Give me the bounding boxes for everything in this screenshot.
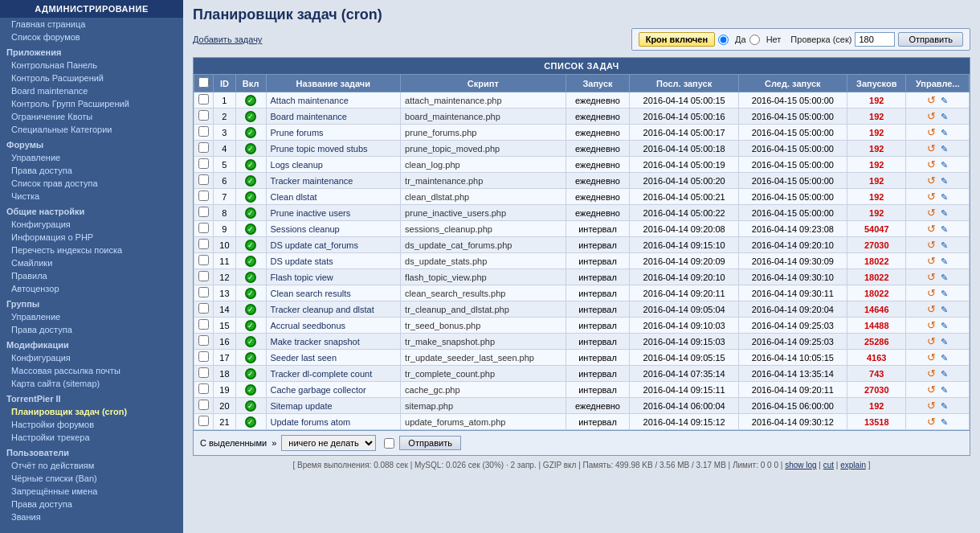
- refresh-icon[interactable]: ↺: [925, 368, 937, 379]
- refresh-icon[interactable]: ↺: [925, 240, 937, 251]
- row-checkbox[interactable]: [198, 367, 209, 378]
- edit-icon[interactable]: ✎: [938, 288, 949, 299]
- sidebar-item-link[interactable]: Чёрные списки (Ban): [11, 474, 97, 483]
- sidebar-item-link[interactable]: Чистка: [11, 191, 39, 201]
- edit-icon[interactable]: ✎: [938, 127, 949, 138]
- sidebar-item-link[interactable]: Конфигурация: [11, 219, 71, 229]
- row-checkbox[interactable]: [198, 110, 209, 121]
- sidebar-item[interactable]: Контроль Групп Расширений: [0, 97, 183, 110]
- bottom-checkbox[interactable]: [384, 438, 394, 449]
- refresh-icon[interactable]: ↺: [925, 95, 937, 106]
- row-name-link[interactable]: Make tracker snapshot: [271, 337, 360, 346]
- edit-icon[interactable]: ✎: [938, 159, 949, 170]
- sidebar-item[interactable]: Права доступа: [0, 323, 183, 336]
- add-task-link[interactable]: Добавить задачу: [193, 35, 262, 44]
- sidebar-item-link[interactable]: Ограничение Квоты: [11, 112, 92, 121]
- row-checkbox[interactable]: [198, 158, 209, 169]
- row-name-link[interactable]: Sitemap update: [271, 401, 333, 411]
- edit-icon[interactable]: ✎: [938, 416, 949, 428]
- row-name-link[interactable]: Tracker maintenance: [271, 176, 353, 186]
- sidebar-item-link[interactable]: Конфигурация: [11, 353, 71, 363]
- sidebar-item-link[interactable]: Список прав доступа: [11, 178, 98, 188]
- refresh-icon[interactable]: ↺: [925, 288, 937, 299]
- row-name-link[interactable]: Seeder last seen: [271, 353, 337, 363]
- sidebar-item[interactable]: Конфигурация: [0, 218, 183, 231]
- edit-icon[interactable]: ✎: [938, 111, 949, 122]
- edit-icon[interactable]: ✎: [938, 384, 949, 396]
- sidebar-item[interactable]: Список прав доступа: [0, 177, 183, 190]
- row-checkbox[interactable]: [198, 287, 209, 297]
- sidebar-item-link[interactable]: Правила: [11, 271, 47, 281]
- edit-icon[interactable]: ✎: [938, 191, 949, 203]
- sidebar-item[interactable]: Смайлики: [0, 256, 183, 269]
- sidebar-item[interactable]: Карта сайта (sitemap): [0, 377, 183, 390]
- row-name-link[interactable]: Prune forums: [271, 128, 324, 137]
- row-name-link[interactable]: Sessions cleanup: [271, 224, 340, 234]
- sidebar-item-link[interactable]: Информация о PHP: [11, 232, 93, 242]
- edit-icon[interactable]: ✎: [938, 272, 949, 283]
- refresh-icon[interactable]: ↺: [925, 143, 937, 154]
- row-checkbox[interactable]: [198, 271, 209, 281]
- sidebar-item-link[interactable]: Board maintenance: [11, 86, 88, 96]
- sidebar-item[interactable]: Board maintenance: [0, 84, 183, 97]
- cron-no-radio[interactable]: [749, 35, 760, 45]
- sidebar-item-link[interactable]: Специальные Категории: [11, 125, 112, 134]
- row-checkbox[interactable]: [198, 126, 209, 137]
- sidebar-item[interactable]: Запрещённые имена: [0, 485, 183, 498]
- edit-icon[interactable]: ✎: [938, 368, 949, 379]
- sidebar-item-link[interactable]: Настройки форумов: [11, 420, 94, 429]
- row-checkbox[interactable]: [198, 207, 209, 217]
- refresh-icon[interactable]: ↺: [925, 175, 937, 187]
- refresh-icon[interactable]: ↺: [925, 256, 937, 267]
- sidebar-item-link[interactable]: Перечесть индексы поиска: [11, 245, 122, 255]
- row-checkbox[interactable]: [198, 383, 209, 394]
- select-all-checkbox[interactable]: [198, 77, 209, 88]
- sidebar-item[interactable]: Массовая рассылка почты: [0, 364, 183, 377]
- row-checkbox[interactable]: [198, 191, 209, 201]
- edit-icon[interactable]: ✎: [938, 352, 949, 363]
- sidebar-item-link[interactable]: Управление: [11, 153, 60, 162]
- sidebar-item-link[interactable]: Список форумов: [11, 32, 80, 42]
- refresh-icon[interactable]: ↺: [925, 336, 937, 347]
- row-checkbox[interactable]: [198, 351, 209, 362]
- sidebar-item[interactable]: Ограничение Квоты: [0, 110, 183, 123]
- row-checkbox[interactable]: [198, 255, 209, 265]
- sidebar-item-link[interactable]: Управление: [11, 312, 60, 322]
- sidebar-item-link[interactable]: Настройки трекера: [11, 433, 90, 442]
- edit-icon[interactable]: ✎: [938, 207, 949, 219]
- sidebar-item[interactable]: Чистка: [0, 190, 183, 203]
- refresh-icon[interactable]: ↺: [925, 223, 937, 235]
- row-name-link[interactable]: Flash topic view: [271, 273, 333, 282]
- sidebar-item[interactable]: Настройки форумов: [0, 418, 183, 431]
- sidebar-item-link[interactable]: Права доступа: [11, 166, 72, 175]
- sidebar-item[interactable]: Настройки трекера: [0, 431, 183, 444]
- row-name-link[interactable]: Prune inactive users: [271, 208, 351, 218]
- row-checkbox[interactable]: [198, 303, 209, 314]
- row-name-link[interactable]: Board maintenance: [271, 112, 347, 121]
- sidebar-item-link[interactable]: Права доступа: [11, 325, 72, 334]
- sidebar-item[interactable]: Информация о PHP: [0, 231, 183, 244]
- row-name-link[interactable]: Tracker cleanup and dlstat: [271, 305, 374, 314]
- row-name-link[interactable]: Tracker dl-complete count: [271, 369, 373, 379]
- row-checkbox[interactable]: [198, 94, 209, 105]
- check-value-input[interactable]: [855, 32, 895, 47]
- sidebar-item-link[interactable]: Карта сайта (sitemap): [11, 379, 100, 388]
- sidebar-item[interactable]: Управление: [0, 310, 183, 323]
- row-checkbox[interactable]: [198, 335, 209, 346]
- row-checkbox[interactable]: [198, 174, 209, 185]
- row-name-link[interactable]: Prune topic moved stubs: [271, 144, 368, 154]
- sidebar-item-link[interactable]: Контроль Групп Расширений: [11, 99, 129, 109]
- row-name-link[interactable]: Accrual seedbonus: [271, 321, 346, 330]
- row-name-link[interactable]: Logs cleanup: [271, 160, 323, 170]
- edit-icon[interactable]: ✎: [938, 320, 949, 331]
- sidebar-item-link[interactable]: Звания: [11, 512, 41, 522]
- row-checkbox[interactable]: [198, 400, 209, 410]
- cron-yes-radio[interactable]: [718, 35, 729, 45]
- refresh-icon[interactable]: ↺: [925, 272, 937, 283]
- sidebar-item[interactable]: Главная страница: [0, 18, 183, 31]
- row-name-link[interactable]: DS update stats: [271, 256, 333, 266]
- sidebar-item[interactable]: Планировщик задач (cron): [0, 405, 183, 418]
- row-checkbox[interactable]: [198, 319, 209, 330]
- sidebar-item[interactable]: Чёрные списки (Ban): [0, 472, 183, 485]
- sidebar-item-link[interactable]: Контроль Расширений: [11, 73, 104, 83]
